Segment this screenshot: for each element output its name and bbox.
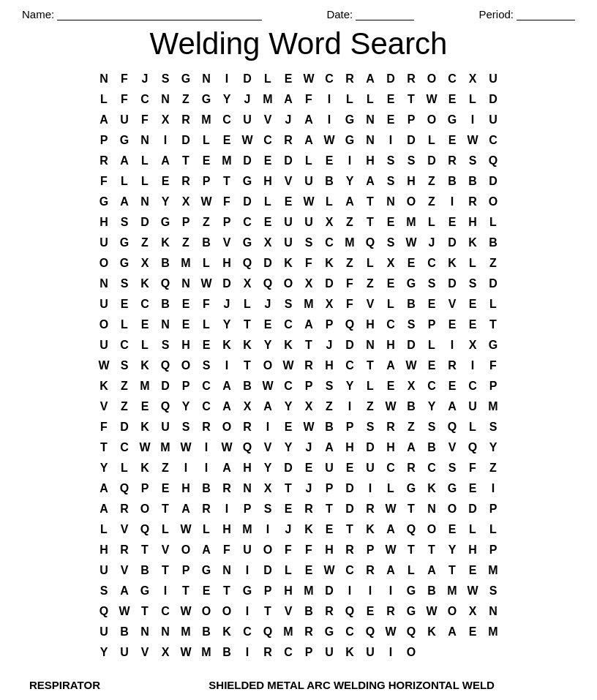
cell-7-21: K bbox=[278, 253, 298, 274]
cell-0-0: N bbox=[94, 69, 114, 89]
cell-4-8: R bbox=[176, 171, 196, 192]
cell-17-5: I bbox=[360, 478, 380, 499]
cell-1-4: M bbox=[258, 89, 278, 110]
cell-8-0: Z bbox=[339, 253, 360, 274]
cell-13-3: X bbox=[401, 376, 421, 396]
cell-19-14: F bbox=[298, 540, 319, 560]
cell-18-18: K bbox=[298, 519, 319, 540]
cell-19-8: O bbox=[176, 540, 196, 560]
cell-11-10: H bbox=[380, 335, 401, 355]
cell-13-21: Z bbox=[360, 396, 380, 417]
cell-3-19: E bbox=[319, 151, 339, 171]
cell-11-22: I bbox=[217, 355, 237, 376]
cell-10-5: L bbox=[196, 315, 217, 335]
cell-19-21: Y bbox=[442, 540, 462, 560]
cell-17-12: A bbox=[94, 499, 114, 519]
cell-4-0: D bbox=[421, 151, 442, 171]
cell-9-16: F bbox=[339, 294, 360, 315]
cell-0-7: D bbox=[237, 69, 258, 89]
cell-15-23: Z bbox=[155, 458, 176, 478]
cell-18-21: K bbox=[360, 519, 380, 540]
cell-17-13: R bbox=[114, 499, 135, 519]
cell-12-23: S bbox=[319, 376, 339, 396]
cell-21-11: G bbox=[401, 581, 421, 601]
cell-23-4: K bbox=[421, 622, 442, 642]
cell-6-4: E bbox=[258, 212, 278, 233]
cell-2-19: W bbox=[237, 130, 258, 151]
cell-1-20: R bbox=[176, 110, 196, 130]
cell-3-23: S bbox=[401, 151, 421, 171]
cell-19-0: O bbox=[421, 519, 442, 540]
cell-11-12: L bbox=[421, 335, 442, 355]
cell-9-21: V bbox=[442, 294, 462, 315]
cell-15-6: W bbox=[217, 437, 237, 458]
cell-21-1: E bbox=[196, 581, 217, 601]
cell-14-13: E bbox=[278, 417, 298, 437]
cell-7-9: D bbox=[442, 233, 462, 253]
cell-21-17: W bbox=[114, 601, 135, 622]
cell-2-4: G bbox=[339, 110, 360, 130]
cell-14-12: I bbox=[258, 417, 278, 437]
cell-21-21: O bbox=[196, 601, 217, 622]
cell-23-6: E bbox=[462, 622, 483, 642]
cell-9-12: J bbox=[258, 294, 278, 315]
cell-14-2: U bbox=[462, 396, 483, 417]
cell-22-14: N bbox=[135, 622, 155, 642]
cell-8-11: Q bbox=[155, 274, 176, 294]
cell-0-3: S bbox=[155, 69, 176, 89]
cell-22-5: E bbox=[360, 601, 380, 622]
cell-6-6: U bbox=[298, 212, 319, 233]
cell-12-18: A bbox=[217, 376, 237, 396]
cell-14-8: S bbox=[176, 417, 196, 437]
cell-16-3: H bbox=[237, 458, 258, 478]
cell-18-5: O bbox=[442, 499, 462, 519]
cell-20-7: I bbox=[237, 560, 258, 581]
cell-21-8: I bbox=[339, 581, 360, 601]
cell-19-10: F bbox=[217, 540, 237, 560]
cell-13-16: A bbox=[258, 396, 278, 417]
cell-15-11: A bbox=[319, 437, 339, 458]
cell-6-2: P bbox=[217, 212, 237, 233]
cell-11-4: Y bbox=[258, 335, 278, 355]
cell-1-9: L bbox=[360, 89, 380, 110]
cell-23-11: X bbox=[155, 642, 176, 663]
cell-21-23: I bbox=[237, 601, 258, 622]
cell-6-13: E bbox=[442, 212, 462, 233]
cell-19-7: V bbox=[155, 540, 176, 560]
name-underline bbox=[57, 7, 262, 20]
cell-6-9: T bbox=[360, 212, 380, 233]
cell-12-22: P bbox=[298, 376, 319, 396]
cell-1-11: T bbox=[401, 89, 421, 110]
cell-18-15: M bbox=[237, 519, 258, 540]
cell-4-7: E bbox=[155, 171, 176, 192]
cell-18-2: W bbox=[380, 499, 401, 519]
cell-19-17: P bbox=[360, 540, 380, 560]
cell-22-2: B bbox=[298, 601, 319, 622]
cell-22-11: N bbox=[483, 601, 503, 622]
header: Name: Date: Period: bbox=[22, 7, 575, 20]
cell-16-11: R bbox=[401, 458, 421, 478]
cell-2-18: E bbox=[217, 130, 237, 151]
cell-20-8: D bbox=[258, 560, 278, 581]
cell-20-18: E bbox=[462, 560, 483, 581]
cell-13-4: C bbox=[421, 376, 442, 396]
cell-10-14: C bbox=[380, 315, 401, 335]
cell-3-3: D bbox=[401, 130, 421, 151]
cell-13-2: E bbox=[380, 376, 401, 396]
cell-10-19: T bbox=[483, 315, 503, 335]
cell-10-16: P bbox=[421, 315, 442, 335]
cell-5-20: H bbox=[94, 212, 114, 233]
cell-12-15: D bbox=[155, 376, 176, 396]
cell-6-11: M bbox=[401, 212, 421, 233]
cell-13-10: E bbox=[135, 396, 155, 417]
cell-15-19: Y bbox=[483, 437, 503, 458]
cell-16-6: E bbox=[298, 458, 319, 478]
cell-19-9: A bbox=[196, 540, 217, 560]
cell-1-6: F bbox=[298, 89, 319, 110]
cell-14-3: M bbox=[483, 396, 503, 417]
cell-16-2: A bbox=[217, 458, 237, 478]
cell-5-22: D bbox=[135, 212, 155, 233]
cell-7-8: J bbox=[421, 233, 442, 253]
cell-12-20: W bbox=[258, 376, 278, 396]
cell-4-22: B bbox=[462, 171, 483, 192]
